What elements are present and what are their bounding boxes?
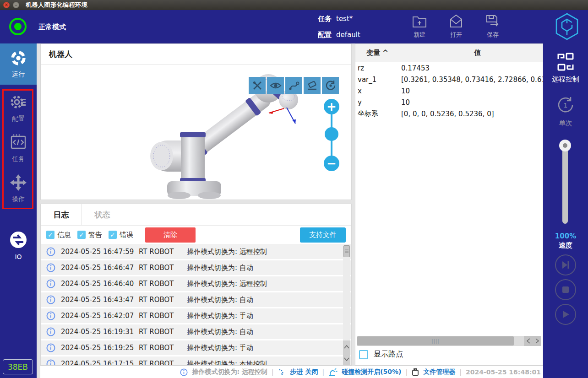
- status-bar: 操作模式切换为: 远程控制 | 步进 关闭 | 碰撞检测开启(50%) | 文件…: [40, 366, 543, 378]
- close-icon[interactable]: ×: [3, 2, 10, 8]
- log-row[interactable]: 2024-05-25 16:47:59RT ROBOT操作模式切换为: 远程控制: [41, 244, 351, 259]
- log-scrollbar[interactable]: [343, 245, 350, 365]
- support-file-button[interactable]: 支持文件: [300, 227, 346, 243]
- log-time: 2024-05-25 16:19:31: [61, 328, 139, 336]
- column-variable[interactable]: 变量 ^: [355, 49, 413, 57]
- variable-row[interactable]: x10: [355, 85, 543, 97]
- robot-panel: 机器人: [40, 43, 352, 200]
- variable-row[interactable]: y10: [355, 97, 543, 108]
- task-label: 任务: [318, 15, 332, 23]
- path-icon[interactable]: [285, 77, 302, 94]
- log-filter[interactable]: ✓错误: [109, 231, 133, 239]
- window-title: 机器人图形化编程环境: [26, 1, 87, 9]
- variables-hscrollbar[interactable]: ||||: [357, 336, 541, 346]
- rotate-reset-icon[interactable]: [322, 77, 339, 94]
- scroll-down-icon[interactable]: [343, 353, 350, 365]
- log-row[interactable]: 2024-05-25 16:42:07RT ROBOT操作模式切换为: 手动: [41, 308, 351, 323]
- scroll-left-icon[interactable]: [524, 336, 533, 346]
- eraser-icon[interactable]: [304, 77, 321, 94]
- log-row[interactable]: 2024-05-25 16:19:25RT ROBOT操作模式切换为: 手动: [41, 340, 351, 355]
- save-task-icon: [479, 13, 506, 30]
- step-to-end-icon[interactable]: [555, 254, 576, 275]
- column-value[interactable]: 值: [413, 49, 543, 57]
- stop-icon[interactable]: [555, 279, 576, 300]
- log-time: 2024-05-25 16:47:59: [61, 248, 139, 256]
- log-list: 2024-05-25 16:47:59RT ROBOT操作模式切换为: 远程控制…: [41, 244, 351, 366]
- variable-name: var_1: [355, 76, 401, 84]
- config-value: default: [336, 31, 360, 39]
- step-mode-icon: [278, 368, 286, 376]
- filter-label: 信息: [57, 231, 71, 239]
- log-row[interactable]: 2024-05-25 16:19:31RT ROBOT操作模式切换为: 自动: [41, 324, 351, 339]
- log-scrollbar-thumb[interactable]: [343, 245, 350, 257]
- sidebar-item-io[interactable]: IO: [0, 230, 37, 260]
- zoom-slider-handle[interactable]: [325, 127, 338, 141]
- checkbox-checked-icon[interactable]: ✓: [109, 231, 117, 239]
- collision-detect-icon: [328, 368, 338, 376]
- robot-3d-view[interactable]: + −: [41, 65, 351, 199]
- speed-slider-track[interactable]: [562, 146, 568, 224]
- tools-icon[interactable]: [249, 77, 266, 94]
- sort-caret-icon: ^: [382, 49, 388, 57]
- open-task-button[interactable]: 打开: [442, 13, 470, 39]
- left-sidebar: 运行 配置: [0, 43, 37, 378]
- save-task-button[interactable]: 保存: [479, 13, 506, 39]
- minimize-icon[interactable]: –: [13, 2, 19, 8]
- hscrollbar-thumb[interactable]: ||||: [357, 336, 514, 346]
- log-message: 操作模式切换为: 自动: [187, 328, 253, 336]
- collision-detect-label[interactable]: 碰撞检测开启(50%): [342, 368, 401, 376]
- status-indicator-icon: [9, 18, 27, 35]
- sidebar-item-config[interactable]: 配置: [0, 93, 37, 123]
- scroll-up-icon[interactable]: [343, 340, 350, 353]
- single-cycle-button[interactable]: 1 单次: [543, 95, 588, 128]
- speed-label: 速度: [543, 241, 588, 250]
- variable-value: 10: [401, 87, 410, 95]
- remote-control-button[interactable]: 远程控制: [543, 52, 588, 84]
- waypoints-checkbox-icon[interactable]: [359, 350, 368, 359]
- play-icon[interactable]: [555, 304, 576, 325]
- zoom-in-icon[interactable]: +: [324, 99, 339, 114]
- status-badge: 38EB: [3, 359, 33, 374]
- variable-row[interactable]: rz0.17453: [355, 62, 543, 74]
- file-manager-label[interactable]: 文件管理器: [423, 368, 455, 376]
- variable-value: [0.3261, 0.35348, 0.73416, 2.72866, 0.61…: [401, 76, 543, 84]
- step-mode-label[interactable]: 步进 关闭: [290, 368, 318, 376]
- clear-button[interactable]: 清除: [145, 227, 196, 243]
- sidebar-item-operate[interactable]: 操作: [0, 173, 37, 204]
- remote-control-icon: [555, 65, 576, 74]
- eye-icon[interactable]: [267, 77, 284, 94]
- log-source: RT ROBOT: [139, 264, 187, 272]
- io-swap-icon: [9, 243, 28, 251]
- variable-row[interactable]: var_1[0.3261, 0.35348, 0.73416, 2.72866,…: [355, 74, 543, 85]
- log-source: RT ROBOT: [139, 344, 187, 352]
- show-waypoints-toggle[interactable]: 显示路点: [359, 350, 403, 359]
- file-manager-icon: [412, 368, 419, 376]
- log-panel: 日志 状态 ✓信息✓警告✓错误 清除 支持文件 2024-05-25 16:47…: [40, 204, 352, 366]
- log-filter[interactable]: ✓信息: [46, 231, 71, 239]
- task-code-icon: [9, 145, 27, 153]
- log-row[interactable]: 2024-05-25 16:17:15RT ROBOT操作模式切换为: 本地控制: [41, 356, 351, 366]
- variable-row[interactable]: 坐标系[0, 0, 0, 0.5236, 0.5236, 0]: [355, 108, 543, 119]
- new-task-button[interactable]: 新建: [406, 13, 433, 39]
- log-row[interactable]: 2024-05-25 16:43:47RT ROBOT操作模式切换为: 自动: [41, 292, 351, 307]
- log-message: 操作模式切换为: 远程控制: [187, 248, 267, 256]
- settings-gear-icon: [9, 104, 27, 113]
- tab-log[interactable]: 日志: [41, 204, 82, 225]
- scroll-right-icon[interactable]: [533, 336, 541, 346]
- new-task-icon: [406, 13, 433, 30]
- tab-status[interactable]: 状态: [82, 204, 123, 225]
- zoom-out-icon[interactable]: −: [324, 156, 339, 171]
- sidebar-item-task[interactable]: 任务: [0, 133, 37, 163]
- log-row[interactable]: 2024-05-25 16:46:47RT ROBOT操作模式切换为: 自动: [41, 260, 351, 275]
- log-source: RT ROBOT: [139, 360, 187, 366]
- log-message: 操作模式切换为: 远程控制: [187, 280, 267, 288]
- checkbox-checked-icon[interactable]: ✓: [46, 231, 54, 239]
- log-row[interactable]: 2024-05-25 16:46:40RT ROBOT操作模式切换为: 远程控制: [41, 276, 351, 291]
- info-icon: [46, 343, 56, 352]
- checkbox-checked-icon[interactable]: ✓: [77, 231, 86, 239]
- info-icon: [46, 327, 56, 336]
- run-icon: [10, 60, 27, 69]
- sidebar-item-run[interactable]: 运行: [0, 43, 37, 85]
- log-filter[interactable]: ✓警告: [77, 231, 102, 239]
- speed-slider-handle[interactable]: [559, 140, 571, 151]
